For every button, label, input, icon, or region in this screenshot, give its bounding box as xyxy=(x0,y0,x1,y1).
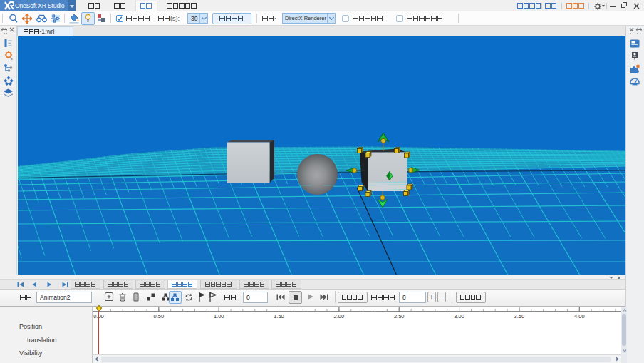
svg-text:3.50: 3.50 xyxy=(514,312,525,319)
svg-text:0.50: 0.50 xyxy=(153,312,164,319)
svg-text:4.00: 4.00 xyxy=(574,312,585,319)
svg-text:2.00: 2.00 xyxy=(334,312,345,319)
svg-text:1.50: 1.50 xyxy=(274,312,284,319)
svg-text:1.00: 1.00 xyxy=(214,312,224,319)
svg-text:3.00: 3.00 xyxy=(454,312,464,319)
svg-text:2.50: 2.50 xyxy=(394,312,405,319)
